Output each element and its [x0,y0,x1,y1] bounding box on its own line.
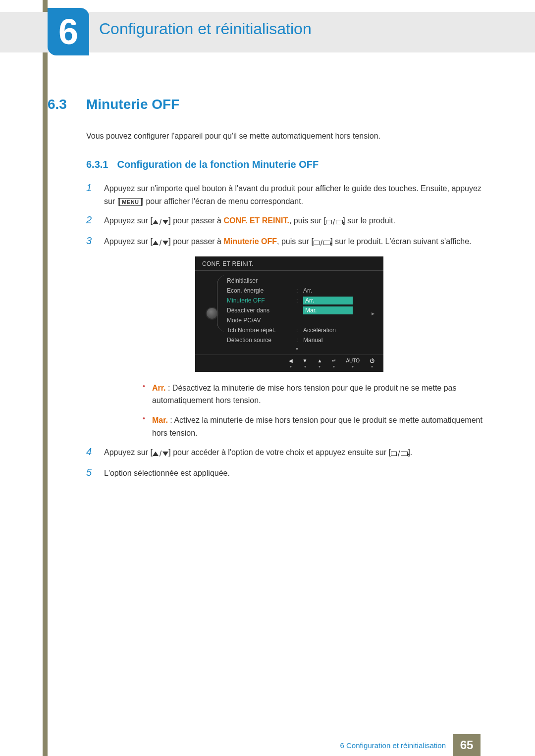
step-1: 1 Appuyez sur n'importe quel bouton à l'… [86,182,483,207]
step-2: 2 Appuyez sur [ / ] pour passer à CONF. … [86,214,483,228]
osd-row-econ: Econ. énergie:Arr. [227,286,367,296]
intro-text: Vous pouvez configurer l'appareil pour q… [86,130,483,142]
step-5: 5 L'option sélectionnée est appliquée. [86,467,483,480]
subsection-heading: 6.3.1 Configuration de la fonction Minut… [86,159,483,170]
osd-row-desact: Désactiver dansMar. [227,305,367,315]
text: ] pour accéder à l'option de votre choix… [168,448,391,456]
gear-icon [207,308,217,319]
bullet-label: Arr. [152,384,166,392]
footer-text: 6 Configuration et réinitialisation [333,734,453,756]
step-number: 2 [86,214,96,228]
osd-label: Désactiver dans [227,307,291,314]
text: Appuyez sur [ [104,448,153,456]
bullet-dot-icon: • [143,382,145,407]
highlight: Minuterie OFF [223,237,277,246]
step-4: 4 Appuyez sur [ / ] pour accéder à l'opt… [86,446,483,460]
osd-footer: ◀▾ ▼▾ ▲▾ ↵▾ AUTO▾ ⏻▾ [195,354,383,370]
up-down-icon: / [153,237,168,250]
text: ] sur le produit. L'écran suivant s'affi… [330,237,471,246]
chevron-right-icon: ▸ [372,276,376,352]
osd-auto-icon: AUTO▾ [346,358,360,369]
highlight: CONF. ET REINIT. [223,216,289,225]
section-number: 6.3 [48,97,74,112]
osd-value: Accélération [303,327,367,334]
chapter-title: Configuration et réinitialisation [99,20,312,38]
osd-list: Réinitialiser Econ. énergie:Arr. Minuter… [227,276,367,352]
osd-label: Détection source [227,337,291,344]
up-down-icon: / [153,448,168,460]
osd-label: Tch Nombre répét. [227,327,291,334]
osd-row-detect: Détection source:Manual [227,335,367,345]
osd-option-selected: Arr. [303,297,353,304]
osd-value: Manual [303,337,367,344]
bullet-text: Arr. : Désactivez la minuterie de mise h… [152,382,483,407]
step-text: Appuyez sur [ / ] pour passer à Minuteri… [104,235,483,249]
text: ] pour passer à [168,237,223,246]
step-text: Appuyez sur [ / ] pour passer à CONF. ET… [104,214,483,228]
bullet-arr: • Arr. : Désactivez la minuterie de mise… [143,382,483,407]
osd-power-icon: ⏻▾ [370,358,374,369]
chevron-down-icon: ▾ [227,345,367,352]
text: Appuyez sur [ [104,216,153,225]
page-footer: 6 Configuration et réinitialisation 65 [0,734,535,756]
step-number: 5 [86,467,96,480]
footer-spacer [481,734,535,756]
bullet-text: Mar. : Activez la minuterie de mise hors… [152,414,483,439]
text: : Désactivez la minuterie de mise hors t… [152,384,457,405]
osd-label: Réinitialiser [227,277,291,284]
osd-back-icon: ◀▾ [289,358,293,369]
osd-up-icon: ▲▾ [317,358,322,369]
up-down-icon: / [153,216,168,229]
text: , puis sur [ [277,237,314,246]
osd-value: Arr. [303,297,367,304]
osd-label: Mode PC/AV [227,317,291,324]
osd-row-reinit: Réinitialiser [227,276,367,286]
osd-title: CONF. ET REINIT. [195,256,383,271]
osd-screenshot: CONF. ET REINIT. Réinitialiser Econ. éne… [195,256,483,372]
text: : Activez la minuterie de mise hors tens… [152,416,482,437]
osd-label: Econ. énergie [227,287,291,294]
bullet-mar: • Mar. : Activez la minuterie de mise ho… [143,414,483,439]
step-text: L'option sélectionnée est appliquée. [104,467,483,480]
enter-icon: / [314,237,330,250]
step-text: Appuyez sur [ / ] pour accéder à l'optio… [104,446,483,460]
enter-icon: / [391,448,408,460]
osd-row-mode: Mode PC/AV [227,315,367,325]
osd-option: Mar. [303,306,353,314]
section-title: Minuterie OFF [86,97,179,112]
subsection-number: 6.3.1 [86,159,108,170]
text: Appuyez sur [ [104,237,153,246]
osd-row-minuterie: Minuterie OFF:Arr. [227,296,367,305]
osd-body: Réinitialiser Econ. énergie:Arr. Minuter… [195,271,383,354]
osd-value: Mar. [303,307,367,314]
text: ] pour passer à [168,216,223,225]
bullet-dot-icon: • [143,414,145,439]
osd-down-icon: ▼▾ [303,358,308,369]
osd-panel: CONF. ET REINIT. Réinitialiser Econ. éne… [195,256,383,372]
content-area: 6.3 Minuterie OFF Vous pouvez configurer… [48,97,483,487]
step-number: 3 [86,235,96,249]
step-number: 1 [86,182,96,207]
osd-enter-icon: ↵▾ [332,358,336,369]
page-number: 65 [453,734,481,756]
left-accent-bar [43,0,48,756]
chapter-number-box: 6 [48,8,89,55]
osd-icon-column [202,276,222,352]
step-text: Appuyez sur n'importe quel bouton à l'av… [104,182,483,207]
osd-row-tch: Tch Nombre répét.:Accélération [227,325,367,335]
bullet-list: • Arr. : Désactivez la minuterie de mise… [143,382,483,439]
steps-list: 1 Appuyez sur n'importe quel bouton à l'… [86,182,483,480]
osd-value: Arr. [303,287,367,294]
step-number: 4 [86,446,96,460]
osd-label: Minuterie OFF [227,297,291,304]
bullet-label: Mar. [152,416,168,424]
section-heading: 6.3 Minuterie OFF [48,97,483,112]
text: , puis sur [ [289,216,326,225]
menu-key-icon: MENU [119,198,141,206]
subsection-title: Configuration de la fonction Minuterie O… [117,159,319,170]
step-3: 3 Appuyez sur [ / ] pour passer à Minute… [86,235,483,249]
text: ] sur le produit. [343,216,395,225]
text: ] pour afficher l'écran de menu correspo… [142,197,304,205]
enter-icon: / [326,216,343,229]
